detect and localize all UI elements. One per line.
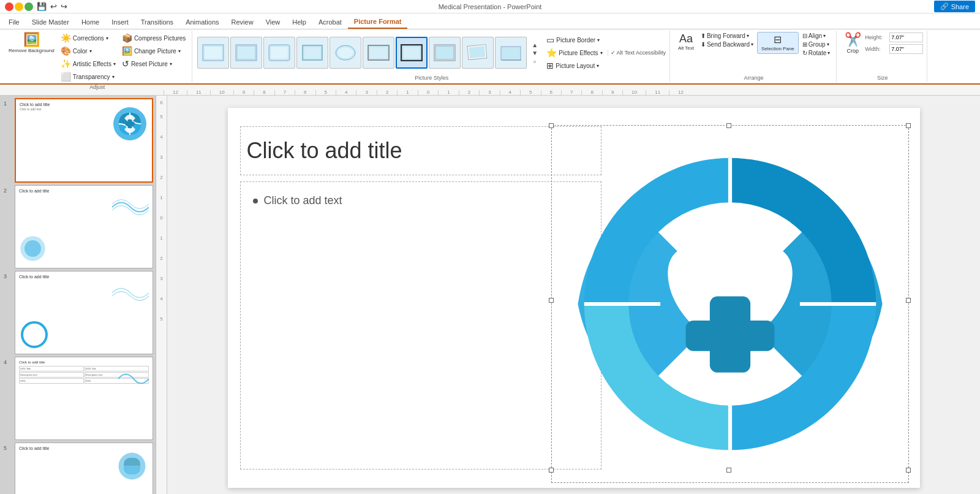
slide-title-text[interactable]: Click to add title [247, 138, 402, 164]
ruler-tick-12: 12 [164, 90, 187, 95]
tab-slidemaster[interactable]: Slide Master [26, 15, 75, 29]
gallery-up-icon[interactable]: ▲ [532, 42, 538, 48]
tab-picture-format[interactable]: Picture Format [348, 15, 408, 29]
color-button[interactable]: 🎨 Color ▾ [58, 45, 118, 57]
ribbon-tabs: File Slide Master Home Insert Transition… [0, 13, 980, 29]
crop-button[interactable]: ✂️ Crop [842, 32, 864, 55]
alt-text-icon: Aa [679, 33, 693, 44]
selection-pane-icon: ⊟ [774, 34, 782, 45]
ruler-tick-1b: 1 [438, 90, 458, 95]
tab-help[interactable]: Help [286, 15, 312, 29]
svg-rect-6 [271, 47, 288, 59]
slide-bullet-item: Click to add text [253, 194, 342, 207]
picture-border-button[interactable]: ▭ Picture Border ▾ [544, 34, 605, 46]
tab-transitions[interactable]: Transitions [135, 15, 179, 29]
ruler-tick-7b: 7 [561, 90, 581, 95]
quick-access-save[interactable]: 💾 [37, 2, 47, 11]
tab-view[interactable]: View [260, 15, 287, 29]
tab-file[interactable]: File [2, 15, 26, 29]
resize-handle-br[interactable] [906, 468, 911, 473]
resize-handle-bm[interactable] [726, 468, 731, 473]
ruler-tick-4b: 4 [500, 90, 520, 95]
artistic-icon: ✨ [61, 59, 71, 69]
slide-5-icon [115, 449, 149, 483]
tab-home[interactable]: Home [75, 15, 105, 29]
canvas-scroll[interactable]: Click to add title Click to add text [167, 96, 980, 494]
resize-handle-mr[interactable] [906, 298, 911, 303]
size-content: ✂️ Crop Height: Width: [842, 32, 923, 74]
corrections-button[interactable]: ☀️ Corrections ▾ [58, 32, 118, 44]
transparency-button[interactable]: ⬜ Transparency ▾ [58, 70, 118, 83]
slide-thumb-2[interactable]: Click to add title [15, 185, 153, 268]
resize-handle-tm[interactable] [726, 123, 731, 128]
medical-icon-area[interactable] [552, 126, 908, 482]
slide-thumb-4[interactable]: Click to add title XX% Title XX% Title D… [15, 357, 153, 440]
transform-col: ⊟ Align ▾ ⊞ Group ▾ ↻ Rotate ▾ [800, 32, 832, 57]
resize-handle-bl[interactable] [549, 468, 554, 473]
quick-access-undo[interactable]: ↩ [50, 2, 57, 11]
resize-handle-tl[interactable] [549, 123, 554, 128]
change-picture-button[interactable]: 🖼️ Change Picture ▾ [119, 45, 188, 57]
corrections-icon: ☀️ [61, 33, 71, 43]
pic-style-10[interactable] [495, 37, 527, 69]
pic-style-1[interactable] [197, 37, 229, 69]
selection-pane-button[interactable]: ⊟ Selection Pane [757, 32, 799, 54]
rotate-button[interactable]: ↻ Rotate ▾ [800, 49, 832, 57]
slide-title-area[interactable]: Click to add title [240, 126, 601, 175]
height-label: Height: [865, 34, 888, 40]
pic-style-7[interactable] [396, 37, 428, 69]
alt-text-button[interactable]: Aa Alt Text [675, 32, 697, 52]
slide-4-wave [118, 363, 149, 394]
align-icon: ⊟ [802, 32, 807, 39]
slide-content-text[interactable]: Click to add text [264, 194, 342, 207]
ruler-tick-8b: 8 [581, 90, 601, 95]
artistic-effects-button[interactable]: ✨ Artistic Effects ▾ [58, 58, 118, 70]
reset-picture-button[interactable]: ↺ Reset Picture ▾ [119, 58, 188, 70]
height-input[interactable] [889, 32, 923, 42]
group-button[interactable]: ⊞ Group ▾ [800, 40, 832, 48]
ruler-tick-4: 4 [336, 90, 356, 95]
tab-acrobat[interactable]: Acrobat [312, 15, 348, 29]
quick-access-redo[interactable]: ↪ [61, 2, 67, 11]
slide-content-area[interactable]: Click to add text [240, 181, 601, 469]
tab-animations[interactable]: Animations [179, 15, 225, 29]
pic-style-2[interactable] [230, 37, 262, 69]
slide-number-4: 4 [4, 359, 7, 365]
slide-canvas[interactable]: Click to add title Click to add text [228, 108, 920, 488]
resize-handle-tr[interactable] [906, 123, 911, 128]
compress-pictures-button[interactable]: 📦 Compress Pictures [119, 32, 188, 44]
resize-handle-ml[interactable] [549, 298, 554, 303]
tab-review[interactable]: Review [225, 15, 260, 29]
slide-thumb-3[interactable]: Click to add title [15, 271, 153, 354]
send-backward-button[interactable]: ⬇ Send Backward ▾ [698, 40, 756, 48]
pic-style-6[interactable] [363, 37, 394, 69]
compress-icon: 📦 [122, 33, 132, 43]
slide-number-5: 5 [4, 445, 7, 451]
align-button[interactable]: ⊟ Align ▾ [800, 32, 832, 40]
gallery-scroll-buttons[interactable]: ▲ ▼ ⬦ [530, 40, 539, 66]
pic-style-5[interactable] [330, 37, 361, 69]
pic-styles-group-label: Picture Styles [415, 74, 448, 81]
pic-style-4[interactable] [296, 37, 328, 69]
tab-insert[interactable]: Insert [105, 15, 135, 29]
slide-thumb-1[interactable]: Click to add title Click to add text [15, 98, 153, 183]
backward-dropdown: ▾ [751, 42, 753, 47]
pic-style-8[interactable] [429, 37, 461, 69]
close-button[interactable] [5, 2, 13, 11]
gallery-expand-icon[interactable]: ⬦ [533, 58, 537, 64]
ruler-tick-11: 11 [187, 90, 210, 95]
pic-style-9[interactable] [462, 37, 494, 69]
ruler-tick-3: 3 [356, 90, 376, 95]
remove-background-button[interactable]: 🖼️ Remove Background [6, 32, 57, 55]
share-button[interactable]: 🔗 Share [934, 1, 975, 12]
picture-layout-button[interactable]: ⊞ Picture Layout ▾ [544, 59, 605, 72]
maximize-button[interactable] [24, 2, 33, 11]
title-bar-right: 🔗 Share [652, 1, 975, 12]
minimize-button[interactable] [15, 2, 23, 11]
bring-forward-button[interactable]: ⬆ Bring Forward ▾ [698, 32, 756, 40]
picture-effects-button[interactable]: ⭐ Picture Effects ▾ [544, 47, 605, 59]
slide-thumb-5[interactable]: Click to add title [15, 443, 153, 494]
width-input[interactable] [889, 44, 923, 54]
pic-style-3[interactable] [263, 37, 295, 69]
gallery-down-icon[interactable]: ▼ [532, 50, 538, 56]
